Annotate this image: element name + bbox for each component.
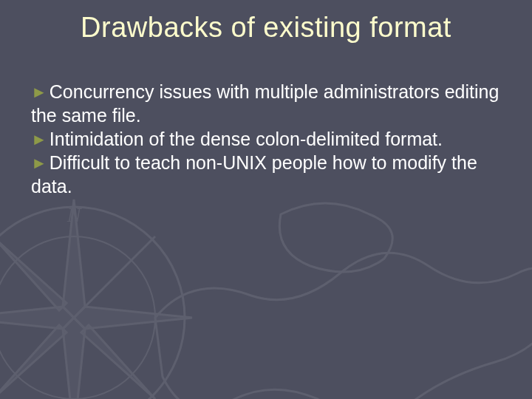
slide: N S Drawbacks of existing format ►Concur…: [0, 0, 532, 399]
svg-marker-2: [63, 200, 85, 318]
bullet-item: ►Concurrency issues with multiple admini…: [31, 80, 501, 127]
compass-rose-art: N S: [0, 185, 207, 399]
svg-marker-5: [74, 307, 192, 329]
background-art: N S: [0, 0, 532, 399]
bullet-text: Intimidation of the dense colon-delimite…: [50, 129, 443, 149]
map-outline-art: [148, 185, 532, 399]
bullet-text: Concurrency issues with multiple adminis…: [31, 81, 499, 126]
bullet-item: ►Difficult to teach non-UNIX people how …: [31, 151, 501, 198]
slide-body: ►Concurrency issues with multiple admini…: [31, 80, 501, 198]
bullet-arrow-icon: ►: [31, 82, 47, 103]
svg-point-0: [0, 207, 185, 399]
svg-marker-7: [81, 236, 155, 310]
svg-point-1: [0, 236, 155, 399]
bullet-arrow-icon: ►: [31, 129, 47, 150]
bullet-text: Difficult to teach non-UNIX people how t…: [31, 152, 477, 197]
svg-marker-9: [81, 325, 155, 399]
bullet-arrow-icon: ►: [31, 153, 47, 174]
svg-marker-6: [0, 236, 66, 310]
svg-marker-4: [0, 307, 74, 329]
slide-title: Drawbacks of existing format: [0, 12, 532, 44]
svg-marker-8: [0, 325, 66, 399]
bullet-item: ►Intimidation of the dense colon-delimit…: [31, 127, 501, 151]
svg-marker-3: [63, 318, 85, 399]
svg-text:N: N: [66, 203, 82, 226]
